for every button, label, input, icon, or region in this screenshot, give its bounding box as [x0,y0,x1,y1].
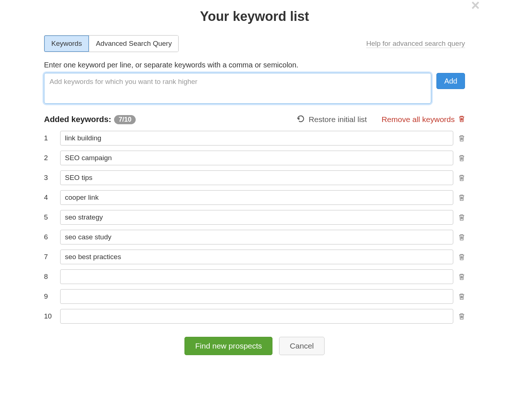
keyword-row: 5 [44,210,465,225]
keyword-input[interactable] [60,250,453,264]
find-new-prospects-button[interactable]: Find new prospects [184,337,272,355]
row-number: 6 [44,233,55,241]
keyword-list-modal: × Your keyword list Keywords Advanced Se… [33,0,476,362]
added-keywords-label: Added keywords: [44,115,111,124]
keyword-row: 3 [44,170,465,185]
row-number: 2 [44,154,55,162]
keyword-textarea-wrap [44,73,431,104]
modal-title: Your keyword list [44,9,465,24]
trash-icon[interactable] [458,214,465,221]
keyword-input[interactable] [60,131,453,145]
keyword-input[interactable] [60,190,453,205]
keyword-input[interactable] [60,309,453,324]
trash-icon[interactable] [458,253,465,261]
row-number: 1 [44,134,55,142]
row-number: 9 [44,292,55,301]
keyword-textarea[interactable] [44,73,431,102]
remove-all-label: Remove all keywords [381,115,455,124]
trash-icon[interactable] [458,174,465,181]
trash-icon [458,115,465,124]
cancel-button[interactable]: Cancel [279,337,324,355]
trash-icon[interactable] [458,313,465,320]
trash-icon[interactable] [458,154,465,162]
trash-icon[interactable] [458,135,465,142]
trash-icon[interactable] [458,194,465,201]
add-button[interactable]: Add [436,73,465,89]
tabs: Keywords Advanced Search Query [44,35,179,52]
keyword-input[interactable] [60,289,453,304]
keyword-input[interactable] [60,269,453,284]
count-badge: 7/10 [114,115,136,124]
keyword-row: 4 [44,190,465,205]
instruction-text: Enter one keyword per line, or separate … [44,61,465,69]
row-number: 3 [44,174,55,182]
trash-icon[interactable] [458,273,465,280]
undo-icon [296,115,305,124]
restore-label: Restore initial list [309,115,367,124]
keyword-input[interactable] [60,230,453,244]
added-header: Added keywords: 7/10 Restore initial lis… [44,115,465,124]
keyword-row: 1 [44,131,465,145]
tab-keywords[interactable]: Keywords [44,35,89,52]
keyword-input[interactable] [60,170,453,185]
added-actions: Restore initial list Remove all keywords [296,115,465,124]
restore-initial-list[interactable]: Restore initial list [296,115,367,124]
close-icon[interactable]: × [471,0,480,12]
row-number: 5 [44,213,55,221]
tabs-row: Keywords Advanced Search Query Help for … [44,35,465,52]
remove-all-keywords[interactable]: Remove all keywords [381,115,465,124]
row-number: 7 [44,253,55,261]
trash-icon[interactable] [458,293,465,300]
trash-icon[interactable] [458,233,465,241]
row-number: 10 [44,312,55,320]
help-link[interactable]: Help for advanced search query [366,40,465,48]
keyword-row: 9 [44,289,465,304]
keyword-row: 2 [44,151,465,165]
keyword-row: 10 [44,309,465,324]
row-number: 4 [44,194,55,202]
add-keyword-row: Add [44,73,465,104]
keyword-row: 8 [44,269,465,284]
row-number: 8 [44,273,55,281]
tab-advanced-search-query[interactable]: Advanced Search Query [89,36,178,52]
modal-footer: Find new prospects Cancel [44,337,465,355]
keyword-input[interactable] [60,210,453,225]
keyword-list: 12345678910 [44,131,465,324]
keyword-row: 6 [44,230,465,244]
keyword-input[interactable] [60,151,453,165]
keyword-row: 7 [44,250,465,264]
